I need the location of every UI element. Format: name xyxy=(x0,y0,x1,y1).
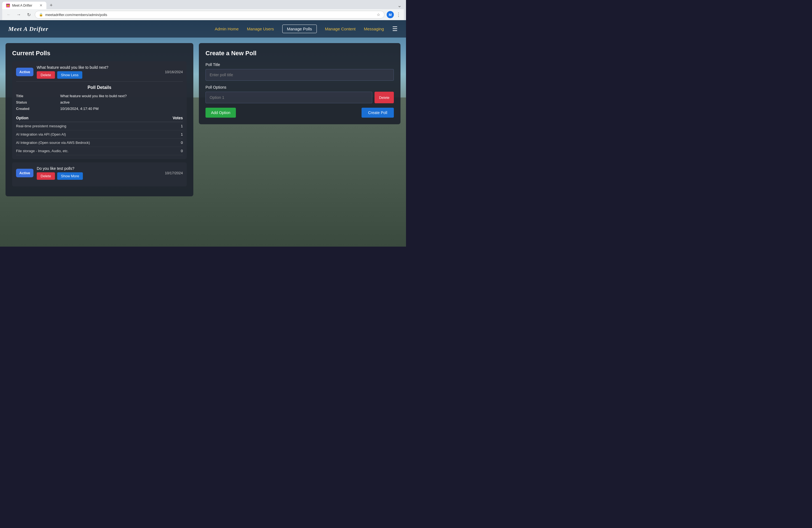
poll-created-value: 10/16/2024, 4:17:40 PM xyxy=(60,107,99,111)
poll-2-actions: Delete Show More xyxy=(37,172,162,180)
nav-messaging[interactable]: Messaging xyxy=(364,27,384,31)
poll-options-form-label: Poll Options xyxy=(205,85,394,89)
poll-1-status-badge: Active xyxy=(16,68,33,76)
poll-1-delete-button[interactable]: Delete xyxy=(37,71,55,79)
option-3-text: AI Integration (Open source via AWS Bedr… xyxy=(16,138,162,147)
poll-title-value: What feature would you like to build nex… xyxy=(60,94,127,98)
poll-1-date: 10/16/2024 xyxy=(165,70,183,74)
options-column-header: Option xyxy=(16,114,162,122)
option-3-votes: 0 xyxy=(162,138,183,147)
option-1-text: Real-time presistent messaging xyxy=(16,122,162,130)
poll-title-label: Title xyxy=(16,94,60,98)
poll-2-info: Do you like test polls? Delete Show More xyxy=(37,166,162,180)
option-4-text: File storage - Images, Audio, etc. xyxy=(16,147,162,155)
address-text: meetadrifter.com/members/admin/polls xyxy=(45,13,375,17)
tab-title: Meet A Drifter xyxy=(12,4,32,8)
browser-profile-avatar[interactable]: M xyxy=(387,11,394,18)
poll-1-actions: Delete Show Less xyxy=(37,71,162,79)
nav-manage-polls[interactable]: Manage Polls xyxy=(282,25,317,33)
nav-manage-users[interactable]: Manage Users xyxy=(247,27,274,31)
create-poll-form-actions: Add Option Create Poll xyxy=(205,108,394,118)
tab-bar-end: ⌄ xyxy=(395,2,404,9)
nav-links: Admin Home Manage Users Manage Polls Man… xyxy=(215,25,384,33)
poll-details-title: Poll Details xyxy=(16,85,183,90)
poll-options-section: Delete xyxy=(205,92,394,103)
back-button[interactable]: ← xyxy=(5,11,13,18)
browser-toolbar: ← → ↻ 🔒 meetadrifter.com/members/admin/p… xyxy=(2,9,404,20)
browser-tab[interactable]: 🤠 Meet A Drifter ✕ xyxy=(2,2,46,9)
poll-option-row-1: Delete xyxy=(205,92,394,103)
nav-admin-home[interactable]: Admin Home xyxy=(215,27,238,31)
poll-2-status-badge: Active xyxy=(16,169,33,177)
votes-column-header: Votes xyxy=(162,114,183,122)
site-navigation: Meet A Drifter Admin Home Manage Users M… xyxy=(0,20,406,38)
option-4-votes: 0 xyxy=(162,147,183,155)
poll-created-label: Created xyxy=(16,107,60,111)
poll-2-question: Do you like test polls? xyxy=(37,166,162,171)
option-2-votes: 1 xyxy=(162,130,183,138)
poll-option-1-input[interactable] xyxy=(205,92,372,103)
table-row: Real-time presistent messaging 1 xyxy=(16,122,183,130)
forward-button[interactable]: → xyxy=(15,11,23,18)
poll-1-info: What feature would you like to build nex… xyxy=(37,65,162,79)
poll-1-show-button[interactable]: Show Less xyxy=(57,71,83,79)
poll-card-2-header: Active Do you like test polls? Delete Sh… xyxy=(16,166,183,180)
current-polls-panel: Current Polls Active What feature would … xyxy=(5,43,193,196)
address-bar[interactable]: 🔒 meetadrifter.com/members/admin/polls ☆ xyxy=(35,11,385,18)
tab-favicon: 🤠 xyxy=(6,4,10,8)
bookmark-icon[interactable]: ☆ xyxy=(377,12,380,17)
option-2-text: AI Integration via API (Open AI) xyxy=(16,130,162,138)
poll-card-1-header: Active What feature would you like to bu… xyxy=(16,65,183,79)
poll-details-title-row: Title What feature would you like to bui… xyxy=(16,94,183,98)
table-row: AI Integration (Open source via AWS Bedr… xyxy=(16,138,183,147)
poll-card-2: Active Do you like test polls? Delete Sh… xyxy=(12,162,187,186)
create-poll-title: Create a New Poll xyxy=(205,50,394,57)
hamburger-menu-icon[interactable]: ☰ xyxy=(392,25,398,33)
create-poll-button[interactable]: Create Poll xyxy=(362,108,394,118)
poll-card-1: Active What feature would you like to bu… xyxy=(12,61,187,159)
site-wrapper: Meet A Drifter Admin Home Manage Users M… xyxy=(0,20,406,247)
site-logo: Meet A Drifter xyxy=(8,25,48,33)
poll-option-1-delete-button[interactable]: Delete xyxy=(375,92,394,103)
poll-1-options-table: Option Votes Real-time presistent messag… xyxy=(16,114,183,155)
poll-title-input[interactable] xyxy=(205,69,394,80)
lock-icon: 🔒 xyxy=(39,13,43,17)
tab-close-button[interactable]: ✕ xyxy=(40,3,43,8)
poll-2-show-button[interactable]: Show More xyxy=(57,172,83,180)
browser-menu-button[interactable]: ⋮ xyxy=(396,12,401,18)
poll-2-date: 10/17/2024 xyxy=(165,171,183,175)
current-polls-title: Current Polls xyxy=(12,50,187,57)
table-row: File storage - Images, Audio, etc. 0 xyxy=(16,147,183,155)
nav-manage-content[interactable]: Manage Content xyxy=(325,27,356,31)
poll-status-value: active xyxy=(60,100,70,104)
browser-chrome: 🤠 Meet A Drifter ✕ + ⌄ ← → ↻ 🔒 meetadrif… xyxy=(0,0,406,20)
poll-2-delete-button[interactable]: Delete xyxy=(37,172,55,180)
reload-button[interactable]: ↻ xyxy=(25,11,33,18)
table-row: AI Integration via API (Open AI) 1 xyxy=(16,130,183,138)
create-poll-panel: Create a New Poll Poll Title Poll Option… xyxy=(199,43,401,124)
browser-tab-bar: 🤠 Meet A Drifter ✕ + ⌄ xyxy=(2,2,404,9)
add-option-button[interactable]: Add Option xyxy=(205,108,236,118)
poll-1-question: What feature would you like to build nex… xyxy=(37,65,162,70)
poll-status-label: Status xyxy=(16,100,60,104)
poll-details-status-row: Status active xyxy=(16,100,183,104)
poll-details-created-row: Created 10/16/2024, 4:17:40 PM xyxy=(16,107,183,111)
new-tab-button[interactable]: + xyxy=(47,2,55,9)
option-1-votes: 1 xyxy=(162,122,183,130)
poll-title-form-label: Poll Title xyxy=(205,62,394,67)
poll-1-details: Poll Details Title What feature would yo… xyxy=(16,82,183,155)
main-content: Current Polls Active What feature would … xyxy=(0,38,406,202)
